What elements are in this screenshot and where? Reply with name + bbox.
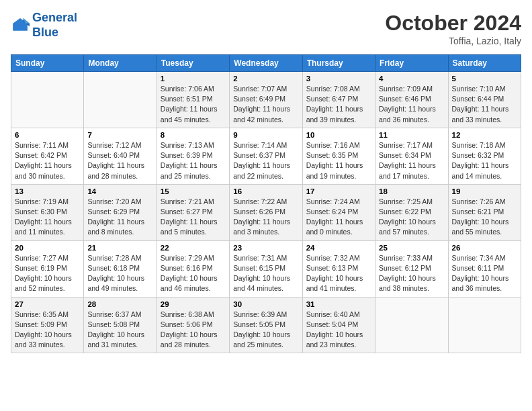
calendar-cell: 4Sunrise: 7:09 AMSunset: 6:46 PMDaylight… [375, 72, 448, 128]
calendar-cell: 1Sunrise: 7:06 AMSunset: 6:51 PMDaylight… [157, 72, 229, 128]
logo-text: General Blue [32, 11, 77, 40]
day-number: 17 [306, 187, 371, 195]
day-number: 25 [379, 244, 444, 252]
day-detail: Sunrise: 7:34 AMSunset: 6:11 PMDaylight:… [452, 253, 517, 294]
calendar-cell [375, 297, 448, 353]
day-number: 5 [452, 75, 517, 83]
day-detail: Sunrise: 7:10 AMSunset: 6:44 PMDaylight:… [452, 84, 517, 125]
calendar-cell: 8Sunrise: 7:13 AMSunset: 6:39 PMDaylight… [157, 128, 229, 184]
day-detail: Sunrise: 7:27 AMSunset: 6:19 PMDaylight:… [15, 253, 80, 294]
day-detail: Sunrise: 7:19 AMSunset: 6:30 PMDaylight:… [15, 197, 80, 238]
calendar-cell: 15Sunrise: 7:21 AMSunset: 6:27 PMDayligh… [157, 184, 229, 240]
calendar-cell: 29Sunrise: 6:38 AMSunset: 5:06 PMDayligh… [157, 297, 229, 353]
calendar-cell: 13Sunrise: 7:19 AMSunset: 6:30 PMDayligh… [11, 184, 84, 240]
day-number: 8 [161, 131, 226, 139]
day-detail: Sunrise: 7:25 AMSunset: 6:22 PMDaylight:… [379, 197, 444, 238]
day-detail: Sunrise: 7:09 AMSunset: 6:46 PMDaylight:… [379, 84, 444, 125]
day-number: 26 [452, 244, 517, 252]
day-number: 13 [15, 187, 80, 195]
calendar-cell: 7Sunrise: 7:12 AMSunset: 6:40 PMDaylight… [84, 128, 157, 184]
day-number: 16 [233, 187, 298, 195]
day-detail: Sunrise: 7:06 AMSunset: 6:51 PMDaylight:… [161, 84, 226, 125]
calendar-week-1: 1Sunrise: 7:06 AMSunset: 6:51 PMDaylight… [11, 72, 521, 128]
weekday-header-tuesday: Tuesday [157, 55, 229, 72]
day-number: 27 [15, 300, 80, 308]
calendar-cell: 17Sunrise: 7:24 AMSunset: 6:24 PMDayligh… [302, 184, 375, 240]
day-detail: Sunrise: 7:29 AMSunset: 6:16 PMDaylight:… [161, 253, 226, 294]
day-number: 18 [379, 187, 444, 195]
calendar-cell: 6Sunrise: 7:11 AMSunset: 6:42 PMDaylight… [11, 128, 84, 184]
calendar-cell [84, 72, 157, 128]
logo-line1: General [32, 11, 77, 24]
calendar-cell: 24Sunrise: 7:32 AMSunset: 6:13 PMDayligh… [302, 240, 375, 297]
day-number: 30 [233, 300, 298, 308]
calendar-body: 1Sunrise: 7:06 AMSunset: 6:51 PMDaylight… [11, 72, 521, 353]
day-detail: Sunrise: 7:07 AMSunset: 6:49 PMDaylight:… [233, 84, 298, 125]
day-detail: Sunrise: 7:17 AMSunset: 6:34 PMDaylight:… [379, 140, 444, 181]
page-header: General Blue October 2024 Toffia, Lazio,… [11, 11, 521, 46]
day-detail: Sunrise: 7:21 AMSunset: 6:27 PMDaylight:… [161, 197, 226, 238]
day-number: 4 [379, 75, 444, 83]
day-detail: Sunrise: 7:14 AMSunset: 6:37 PMDaylight:… [233, 140, 298, 181]
day-number: 24 [306, 244, 371, 252]
day-detail: Sunrise: 7:11 AMSunset: 6:42 PMDaylight:… [15, 140, 80, 181]
day-number: 2 [233, 75, 298, 83]
calendar-table: SundayMondayTuesdayWednesdayThursdayFrid… [11, 54, 521, 353]
weekday-header-monday: Monday [84, 55, 157, 72]
month-title: October 2024 [385, 11, 521, 36]
day-number: 19 [452, 187, 517, 195]
title-block: October 2024 Toffia, Lazio, Italy [385, 11, 521, 46]
day-number: 28 [87, 300, 152, 308]
day-number: 7 [87, 131, 152, 139]
calendar-cell: 14Sunrise: 7:20 AMSunset: 6:29 PMDayligh… [84, 184, 157, 240]
weekday-header-sunday: Sunday [11, 55, 84, 72]
calendar-cell: 26Sunrise: 7:34 AMSunset: 6:11 PMDayligh… [448, 240, 521, 297]
calendar-cell: 25Sunrise: 7:33 AMSunset: 6:12 PMDayligh… [375, 240, 448, 297]
day-detail: Sunrise: 7:32 AMSunset: 6:13 PMDaylight:… [306, 253, 371, 294]
day-detail: Sunrise: 7:22 AMSunset: 6:26 PMDaylight:… [233, 197, 298, 238]
day-number: 31 [306, 300, 371, 308]
weekday-header-friday: Friday [375, 55, 448, 72]
day-detail: Sunrise: 7:28 AMSunset: 6:18 PMDaylight:… [87, 253, 152, 294]
day-detail: Sunrise: 6:37 AMSunset: 5:08 PMDaylight:… [87, 310, 152, 351]
day-number: 22 [161, 244, 226, 252]
day-detail: Sunrise: 7:12 AMSunset: 6:40 PMDaylight:… [87, 140, 152, 181]
location: Toffia, Lazio, Italy [385, 36, 521, 46]
weekday-header-saturday: Saturday [448, 55, 521, 72]
day-number: 6 [15, 131, 80, 139]
calendar-cell: 27Sunrise: 6:35 AMSunset: 5:09 PMDayligh… [11, 297, 84, 353]
day-number: 10 [306, 131, 371, 139]
calendar-cell: 30Sunrise: 6:39 AMSunset: 5:05 PMDayligh… [230, 297, 302, 353]
calendar-header: SundayMondayTuesdayWednesdayThursdayFrid… [11, 55, 521, 72]
day-detail: Sunrise: 7:31 AMSunset: 6:15 PMDaylight:… [233, 253, 298, 294]
day-detail: Sunrise: 7:16 AMSunset: 6:35 PMDaylight:… [306, 140, 371, 181]
day-detail: Sunrise: 6:35 AMSunset: 5:09 PMDaylight:… [15, 310, 80, 351]
logo-line2: Blue [32, 26, 58, 39]
calendar-cell: 18Sunrise: 7:25 AMSunset: 6:22 PMDayligh… [375, 184, 448, 240]
calendar-cell: 10Sunrise: 7:16 AMSunset: 6:35 PMDayligh… [302, 128, 375, 184]
day-detail: Sunrise: 6:38 AMSunset: 5:06 PMDaylight:… [161, 310, 226, 351]
day-detail: Sunrise: 7:33 AMSunset: 6:12 PMDaylight:… [379, 253, 444, 294]
day-number: 21 [87, 244, 152, 252]
weekday-header-wednesday: Wednesday [230, 55, 302, 72]
calendar-cell: 3Sunrise: 7:08 AMSunset: 6:47 PMDaylight… [302, 72, 375, 128]
day-detail: Sunrise: 7:08 AMSunset: 6:47 PMDaylight:… [306, 84, 371, 125]
calendar-cell: 19Sunrise: 7:26 AMSunset: 6:21 PMDayligh… [448, 184, 521, 240]
weekday-header-thursday: Thursday [302, 55, 375, 72]
day-detail: Sunrise: 6:40 AMSunset: 5:04 PMDaylight:… [306, 310, 371, 351]
day-detail: Sunrise: 7:24 AMSunset: 6:24 PMDaylight:… [306, 197, 371, 238]
day-number: 15 [161, 187, 226, 195]
day-detail: Sunrise: 7:13 AMSunset: 6:39 PMDaylight:… [161, 140, 226, 181]
day-number: 11 [379, 131, 444, 139]
calendar-cell [448, 297, 521, 353]
day-number: 9 [233, 131, 298, 139]
calendar-cell: 31Sunrise: 6:40 AMSunset: 5:04 PMDayligh… [302, 297, 375, 353]
calendar-cell: 23Sunrise: 7:31 AMSunset: 6:15 PMDayligh… [230, 240, 302, 297]
calendar-cell: 21Sunrise: 7:28 AMSunset: 6:18 PMDayligh… [84, 240, 157, 297]
calendar-cell: 11Sunrise: 7:17 AMSunset: 6:34 PMDayligh… [375, 128, 448, 184]
day-detail: Sunrise: 7:20 AMSunset: 6:29 PMDaylight:… [87, 197, 152, 238]
day-number: 20 [15, 244, 80, 252]
logo-icon [11, 16, 30, 35]
calendar-cell: 9Sunrise: 7:14 AMSunset: 6:37 PMDaylight… [230, 128, 302, 184]
calendar-cell: 12Sunrise: 7:18 AMSunset: 6:32 PMDayligh… [448, 128, 521, 184]
